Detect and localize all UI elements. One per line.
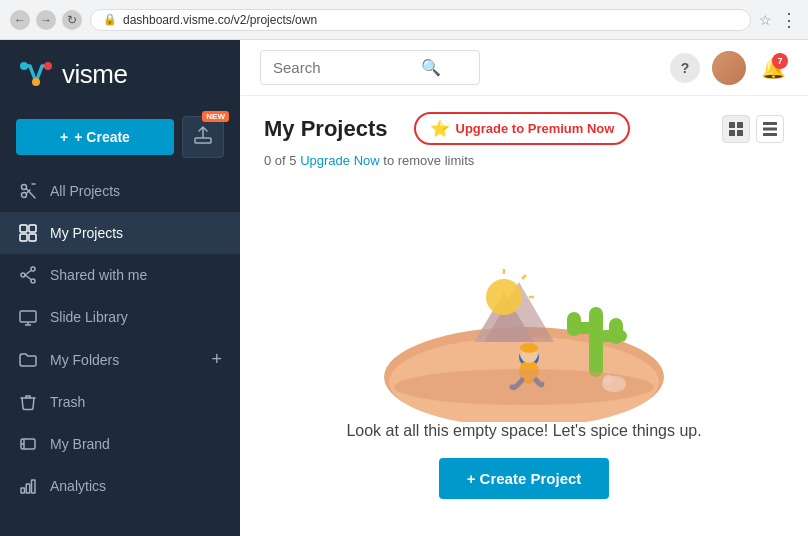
sidebar: visme + + Create NEW All Projects: [0, 40, 240, 536]
upgrade-button[interactable]: ⭐ Upgrade to Premium Now: [414, 112, 631, 145]
projects-subtitle: 0 of 5 Upgrade Now to remove limits: [240, 153, 808, 184]
svg-point-52: [394, 369, 654, 405]
address-bar[interactable]: 🔒 dashboard.visme.co/v2/projects/own: [90, 9, 751, 31]
sidebar-item-shared-with-me[interactable]: Shared with me: [0, 254, 240, 296]
svg-rect-19: [20, 311, 36, 322]
sidebar-nav: All Projects My Projects Shared with me: [0, 170, 240, 536]
notification-badge: 7: [772, 53, 788, 69]
search-icon[interactable]: 🔍: [421, 58, 441, 77]
create-label: + Create: [74, 129, 130, 145]
premium-star-icon: ⭐: [430, 119, 450, 138]
bookmark-icon[interactable]: ☆: [759, 12, 772, 28]
folder-icon: [18, 350, 38, 370]
sidebar-logo: visme: [0, 40, 240, 108]
avatar-image: [712, 51, 746, 85]
add-folder-button[interactable]: +: [211, 349, 222, 370]
reload-button[interactable]: ↻: [62, 10, 82, 30]
upload-icon: [193, 125, 213, 145]
svg-rect-10: [20, 225, 27, 232]
upload-button[interactable]: NEW: [182, 116, 224, 158]
notification-button[interactable]: 🔔 7: [758, 53, 788, 83]
svg-point-1: [20, 62, 28, 70]
browser-controls: ← → ↻: [10, 10, 82, 30]
sidebar-label-analytics: Analytics: [50, 478, 106, 494]
grid-view-button[interactable]: [722, 115, 750, 143]
svg-rect-28: [729, 130, 735, 136]
sidebar-item-all-projects[interactable]: All Projects: [0, 170, 240, 212]
empty-message: Look at all this empty space! Let's spic…: [346, 422, 701, 440]
sidebar-label-trash: Trash: [50, 394, 85, 410]
svg-rect-23: [21, 488, 25, 493]
sidebar-label-shared-with-me: Shared with me: [50, 267, 147, 283]
sidebar-label-all-projects: All Projects: [50, 183, 120, 199]
svg-rect-24: [26, 484, 30, 493]
svg-line-18: [25, 275, 31, 280]
svg-rect-12: [20, 234, 27, 241]
sidebar-label-my-folders: My Folders: [50, 352, 119, 368]
sidebar-label-my-brand: My Brand: [50, 436, 110, 452]
scissors-icon: [18, 181, 38, 201]
svg-rect-13: [29, 234, 36, 241]
slides-icon: [18, 307, 38, 327]
search-bar[interactable]: 🔍: [260, 50, 480, 85]
new-badge: NEW: [202, 111, 229, 122]
sidebar-label-my-projects: My Projects: [50, 225, 123, 241]
upgrade-link[interactable]: Upgrade Now: [300, 153, 380, 168]
svg-point-15: [31, 279, 35, 283]
svg-point-14: [31, 267, 35, 271]
lock-icon: 🔒: [103, 13, 117, 26]
sidebar-item-my-brand[interactable]: My Brand: [0, 423, 240, 465]
search-input[interactable]: [273, 59, 413, 76]
sidebar-create-area: + + Create NEW: [0, 108, 240, 170]
sidebar-item-analytics[interactable]: Analytics: [0, 465, 240, 507]
analytics-icon: [18, 476, 38, 496]
app-container: visme + + Create NEW All Projects: [0, 40, 808, 536]
desert-illustration: [374, 222, 674, 422]
grid-icon: [18, 223, 38, 243]
browser-chrome: ← → ↻ 🔒 dashboard.visme.co/v2/projects/o…: [0, 0, 808, 40]
list-view-button[interactable]: [756, 115, 784, 143]
svg-rect-4: [195, 138, 211, 143]
upgrade-label: Upgrade to Premium Now: [456, 121, 615, 136]
help-button[interactable]: ?: [670, 53, 700, 83]
avatar[interactable]: [712, 51, 746, 85]
create-plus-icon: +: [60, 129, 68, 145]
project-count: 0 of 5: [264, 153, 297, 168]
svg-rect-30: [763, 122, 777, 125]
logo-text: visme: [62, 59, 127, 90]
sidebar-item-trash[interactable]: Trash: [0, 381, 240, 423]
url-text: dashboard.visme.co/v2/projects/own: [123, 13, 317, 27]
forward-button[interactable]: →: [36, 10, 56, 30]
subtitle-text: to remove limits: [383, 153, 474, 168]
svg-rect-29: [737, 130, 743, 136]
svg-point-49: [520, 343, 538, 353]
back-button[interactable]: ←: [10, 10, 30, 30]
svg-point-16: [21, 273, 25, 277]
svg-point-0: [18, 56, 54, 92]
topbar: 🔍 ? 🔔 7: [240, 40, 808, 96]
brand-icon: [18, 434, 38, 454]
sidebar-item-my-folders[interactable]: My Folders +: [0, 338, 240, 381]
sidebar-label-slide-library: Slide Library: [50, 309, 128, 325]
svg-rect-25: [32, 480, 36, 493]
browser-menu-icon[interactable]: ⋮: [780, 9, 798, 31]
sidebar-item-my-projects[interactable]: My Projects: [0, 212, 240, 254]
svg-rect-41: [589, 307, 603, 377]
svg-line-17: [25, 271, 31, 276]
page-header: My Projects ⭐ Upgrade to Premium Now: [240, 96, 808, 153]
share-icon: [18, 265, 38, 285]
create-project-button[interactable]: + Create Project: [439, 458, 610, 499]
main-content: 🔍 ? 🔔 7 My Projects ⭐ Upgrade to Premium…: [240, 40, 808, 536]
svg-rect-31: [763, 127, 777, 130]
sidebar-item-slide-library[interactable]: Slide Library: [0, 296, 240, 338]
svg-rect-45: [609, 318, 623, 344]
svg-point-37: [486, 279, 522, 315]
svg-line-39: [522, 275, 526, 279]
svg-point-2: [32, 78, 40, 86]
svg-point-3: [44, 62, 52, 70]
svg-rect-32: [763, 133, 777, 136]
svg-rect-27: [737, 122, 743, 128]
empty-state: Look at all this empty space! Let's spic…: [240, 184, 808, 536]
create-button[interactable]: + + Create: [16, 119, 174, 155]
svg-rect-26: [729, 122, 735, 128]
